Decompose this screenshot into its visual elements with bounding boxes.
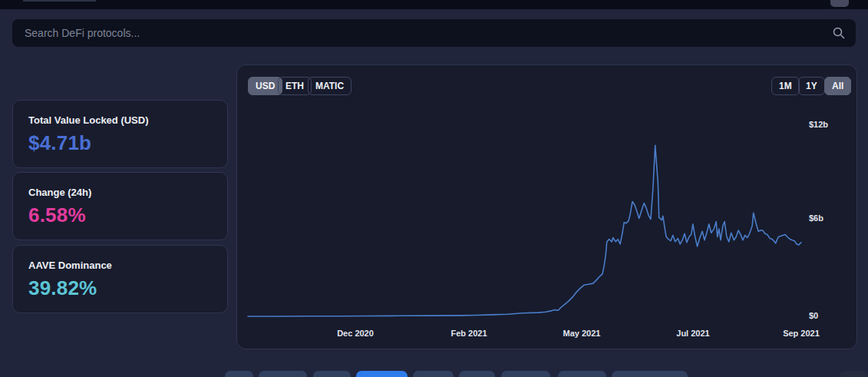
stat-value: 39.82% [28, 276, 212, 300]
bottom-tab-active[interactable] [356, 371, 408, 377]
x-axis-tick: Feb 2021 [444, 329, 493, 338]
x-axis-tick: Sep 2021 [777, 329, 826, 338]
logo [23, 0, 96, 2]
currency-toggle-matic[interactable]: MATIC [308, 77, 351, 95]
bottom-tab[interactable] [558, 371, 606, 377]
topbar-right-button[interactable] [830, 0, 849, 7]
stat-value: 6.58% [28, 203, 212, 227]
y-axis-tick: $0 [809, 311, 818, 320]
currency-toggle-eth[interactable]: ETH [278, 77, 312, 95]
bottom-tab[interactable] [225, 371, 253, 377]
range-toggle-1y[interactable]: 1Y [798, 77, 825, 95]
bottom-tab[interactable] [413, 371, 454, 377]
y-axis-tick: $6b [809, 213, 823, 223]
stat-value: $4.71b [28, 131, 212, 155]
top-bar [0, 0, 868, 9]
bottom-tab[interactable] [612, 371, 688, 377]
stat-label: Total Value Locked (USD) [28, 114, 212, 126]
bottom-tab[interactable] [459, 371, 495, 377]
stat-card-change: Change (24h) 6.58% [12, 172, 228, 240]
stat-card-dominance: AAVE Dominance 39.82% [12, 245, 228, 313]
range-toggle-all[interactable]: All [824, 77, 851, 95]
bottom-right-element[interactable] [839, 371, 868, 377]
bottom-tab[interactable] [313, 371, 351, 377]
tvl-chart-panel: USD ETH MATIC 1M 1Y All $12b $6b $0 Dec … [236, 64, 857, 349]
tvl-line-chart [237, 65, 858, 350]
y-axis-tick: $12b [809, 120, 828, 129]
bottom-tab[interactable] [259, 371, 307, 377]
range-toggle-1m[interactable]: 1M [771, 77, 800, 95]
bottom-tab[interactable] [501, 371, 550, 377]
search-input[interactable] [12, 19, 856, 47]
x-axis-tick: Jul 2021 [668, 329, 718, 338]
x-axis-tick: Dec 2020 [331, 329, 380, 338]
stat-label: Change (24h) [28, 187, 212, 198]
search-bar [12, 19, 856, 47]
search-icon [833, 27, 845, 39]
x-axis-tick: May 2021 [557, 329, 606, 338]
stat-label: AAVE Dominance [28, 260, 212, 271]
stat-card-tvl: Total Value Locked (USD) $4.71b [12, 100, 228, 168]
